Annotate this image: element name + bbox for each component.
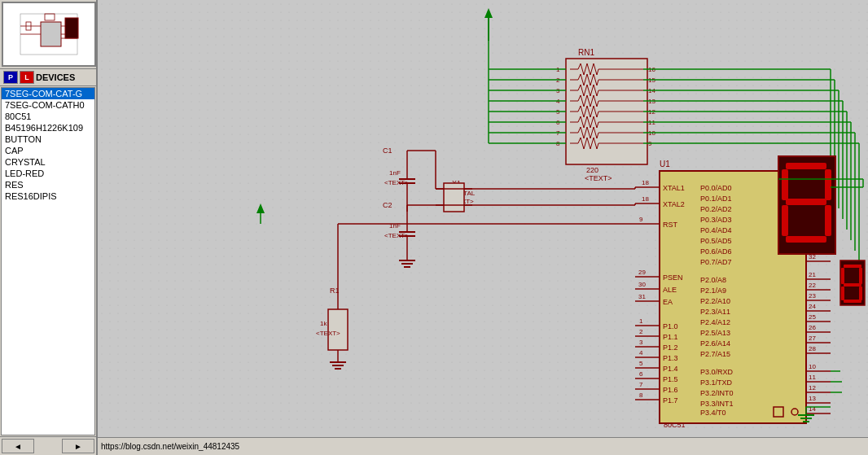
- svg-text:P0.3/AD3: P0.3/AD3: [700, 216, 732, 224]
- svg-rect-237: [786, 199, 826, 205]
- svg-text:10: 10: [809, 363, 816, 370]
- svg-rect-241: [825, 169, 831, 200]
- svg-rect-236: [786, 163, 826, 169]
- svg-text:P2.2/A10: P2.2/A10: [700, 297, 730, 305]
- svg-text:1nF: 1nF: [389, 169, 401, 177]
- device-list[interactable]: 7SEG-COM-CAT-G7SEG-COM-CATH080C51B45196H…: [1, 87, 95, 435]
- scroll-right-button[interactable]: ►: [62, 439, 94, 453]
- app: P L DEVICES 7SEG-COM-CAT-G7SEG-COM-CATH0…: [0, 0, 868, 455]
- svg-text:P1.3: P1.3: [663, 354, 678, 362]
- svg-text:P0.2/AD2: P0.2/AD2: [700, 205, 732, 213]
- svg-text:11: 11: [809, 374, 816, 381]
- svg-text:P0.6/AD6: P0.6/AD6: [700, 247, 732, 256]
- main-canvas: RN1: [98, 0, 868, 455]
- svg-text:P1.7: P1.7: [663, 396, 678, 405]
- svg-text:24: 24: [809, 303, 816, 310]
- device-item[interactable]: CAP: [2, 145, 94, 156]
- svg-text:P2.7/A15: P2.7/A15: [700, 350, 730, 358]
- svg-text:1: 1: [639, 317, 643, 325]
- svg-rect-2: [41, 22, 61, 46]
- device-item[interactable]: BUTTON: [2, 133, 94, 145]
- svg-text:P0.7/AD7: P0.7/AD7: [700, 258, 732, 266]
- svg-text:9: 9: [639, 216, 643, 223]
- device-item[interactable]: LED-RED: [2, 168, 94, 179]
- svg-text:<TEXT>: <TEXT>: [585, 174, 612, 182]
- svg-rect-208: [444, 183, 464, 212]
- svg-rect-10: [65, 18, 78, 38]
- svg-text:P0.0/AD0: P0.0/AD0: [700, 184, 732, 192]
- svg-text:13: 13: [809, 395, 816, 402]
- l-button[interactable]: L: [20, 71, 34, 84]
- svg-rect-247: [844, 265, 861, 268]
- svg-text:21: 21: [809, 271, 816, 278]
- svg-text:RST: RST: [663, 221, 678, 229]
- device-item[interactable]: 7SEG-COM-CAT-G: [2, 88, 94, 99]
- svg-text:RN1: RN1: [578, 48, 594, 57]
- svg-text:80C51: 80C51: [664, 421, 686, 429]
- svg-text:P1.4: P1.4: [663, 365, 678, 373]
- svg-text:31: 31: [638, 293, 646, 300]
- svg-rect-239: [782, 169, 788, 200]
- svg-rect-238: [786, 236, 826, 243]
- svg-text:P2.0/A8: P2.0/A8: [700, 276, 726, 284]
- scroll-left-button[interactable]: ◄: [2, 439, 34, 453]
- svg-text:22: 22: [809, 282, 816, 289]
- svg-rect-249: [844, 300, 861, 303]
- svg-text:<TEXT>: <TEXT>: [384, 179, 409, 186]
- svg-text:<TEXT>: <TEXT>: [384, 232, 409, 239]
- svg-text:18: 18: [642, 195, 649, 203]
- svg-text:C1: C1: [383, 147, 392, 155]
- svg-text:C2: C2: [383, 201, 392, 209]
- svg-text:8: 8: [639, 392, 643, 399]
- svg-text:220: 220: [586, 166, 598, 174]
- svg-text:3: 3: [639, 339, 643, 346]
- svg-text:P2.4/A12: P2.4/A12: [700, 318, 730, 326]
- svg-text:1k: 1k: [320, 320, 327, 327]
- device-item[interactable]: RES16DIPIS: [2, 190, 94, 202]
- svg-text:18: 18: [642, 179, 649, 186]
- device-item[interactable]: 7SEG-COM-CATH0: [2, 99, 94, 111]
- preview-schematic: [16, 10, 81, 59]
- svg-rect-250: [841, 268, 844, 284]
- sidebar: P L DEVICES 7SEG-COM-CAT-G7SEG-COM-CATH0…: [0, 0, 98, 455]
- svg-text:27: 27: [809, 335, 816, 342]
- devices-header: P L DEVICES: [0, 68, 96, 86]
- svg-text:PSEN: PSEN: [663, 273, 683, 282]
- schematic-svg: RN1: [98, 0, 868, 431]
- svg-text:P2.1/A9: P2.1/A9: [700, 287, 726, 295]
- svg-text:5: 5: [639, 360, 643, 367]
- sidebar-bottom: ◄ ►: [0, 436, 96, 455]
- svg-rect-251: [841, 287, 844, 300]
- svg-text:P3.4/T0: P3.4/T0: [700, 409, 726, 417]
- svg-text:P0.5/AD5: P0.5/AD5: [700, 237, 732, 245]
- svg-rect-252: [859, 268, 862, 284]
- status-bar: https://blog.csdn.net/weixin_44812435: [98, 437, 868, 455]
- svg-text:ALE: ALE: [663, 286, 677, 294]
- svg-text:P3.3/INT1: P3.3/INT1: [700, 400, 734, 408]
- device-item[interactable]: B45196H1226K109: [2, 122, 94, 133]
- svg-text:EA: EA: [663, 298, 673, 306]
- svg-text:29: 29: [638, 269, 646, 276]
- svg-text:<TEXT>: <TEXT>: [316, 330, 340, 337]
- svg-text:12: 12: [809, 384, 816, 392]
- svg-text:7: 7: [639, 381, 643, 388]
- device-item[interactable]: RES: [2, 179, 94, 190]
- svg-text:30: 30: [638, 281, 646, 288]
- preview-box: [2, 2, 96, 67]
- svg-text:6: 6: [639, 370, 643, 378]
- p-button[interactable]: P: [3, 71, 18, 84]
- svg-text:P0.4/AD4: P0.4/AD4: [700, 226, 732, 234]
- svg-text:U1: U1: [660, 160, 670, 168]
- svg-text:P1.2: P1.2: [663, 343, 678, 352]
- svg-text:P1.6: P1.6: [663, 386, 678, 394]
- svg-rect-242: [825, 205, 831, 236]
- svg-text:P1.1: P1.1: [663, 333, 678, 341]
- device-item[interactable]: 80C51: [2, 111, 94, 122]
- device-item[interactable]: CRYSTAL: [2, 156, 94, 168]
- svg-text:25: 25: [809, 313, 816, 321]
- svg-rect-240: [782, 205, 788, 236]
- svg-text:28: 28: [809, 345, 816, 352]
- devices-label: DEVICES: [36, 72, 75, 82]
- svg-text:4: 4: [639, 349, 643, 357]
- svg-text:P2.3/A11: P2.3/A11: [700, 308, 730, 316]
